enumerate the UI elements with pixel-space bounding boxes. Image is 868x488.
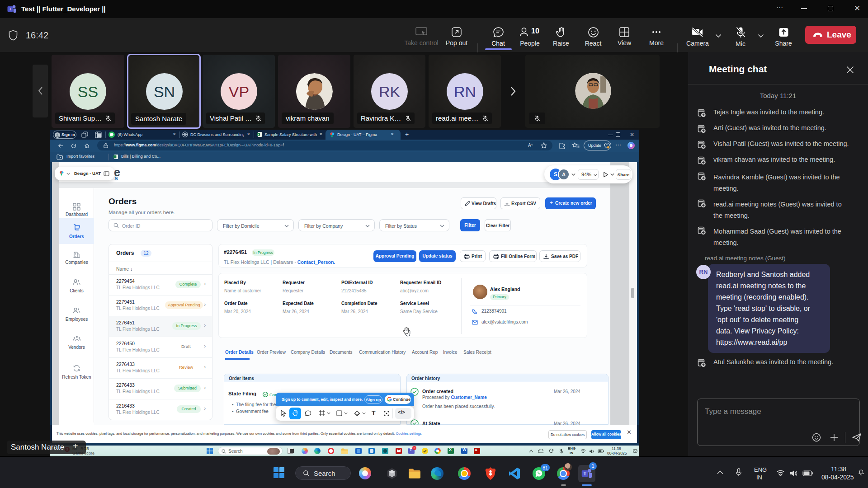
svg-text:T: T — [9, 7, 12, 11]
svg-text:T: T — [584, 471, 587, 476]
svg-text:X: X — [258, 133, 259, 136]
